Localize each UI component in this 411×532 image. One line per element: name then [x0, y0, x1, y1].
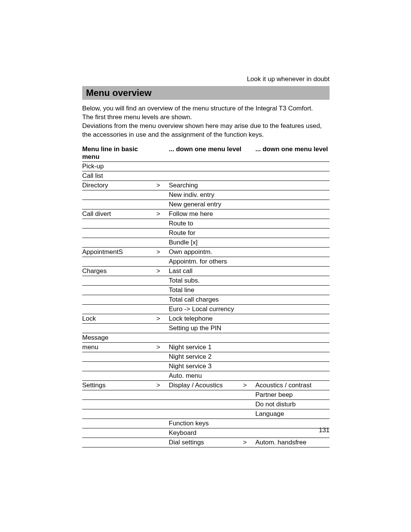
cell: Setting up the PIN	[169, 323, 243, 333]
cell: New indiv. entry	[169, 190, 243, 200]
cell: Message	[82, 333, 156, 342]
cell: Partner beep	[255, 390, 330, 399]
cell: Total subs.	[169, 276, 243, 285]
expand-marker: >	[156, 342, 169, 352]
cell: Autom. handsfree	[255, 438, 330, 447]
cell: Auto. menu	[169, 371, 243, 380]
table-row: Lock>Lock telephone	[82, 314, 330, 323]
col-header-2: ... down one menu level	[169, 145, 243, 162]
expand-marker: >	[156, 380, 169, 390]
table-row: Route for	[82, 228, 330, 238]
page-number: 131	[319, 427, 330, 434]
cell: Acoustics / contrast	[255, 380, 330, 390]
table-row: Night service 3	[82, 361, 330, 371]
cell: Own appointm.	[169, 247, 243, 257]
cell: Night service 3	[169, 361, 243, 371]
table-row: Pick-up	[82, 161, 330, 171]
cell: Language	[255, 409, 330, 419]
intro-line: The first three menu levels are shown.	[82, 113, 192, 121]
table-row: Function keys	[82, 419, 330, 428]
cell: Bundle [x]	[169, 238, 243, 247]
table-row: Bundle [x]	[82, 238, 330, 247]
table-row: Night service 2	[82, 352, 330, 361]
cell: Dial settings	[169, 438, 243, 447]
table-row: Appointm. for others	[82, 257, 330, 266]
table-row: Language	[82, 409, 330, 419]
cell: Searching	[169, 181, 243, 190]
table-row: Call divert>Follow me here	[82, 209, 330, 219]
cell: Call divert	[82, 209, 156, 219]
table-row: Auto. menu	[82, 371, 330, 380]
expand-marker: >	[156, 247, 169, 257]
intro-text: Below, you will find an overview of the …	[82, 104, 330, 139]
table-row: menu>Night service 1	[82, 342, 330, 352]
table-row: AppointmentS>Own appointm.	[82, 247, 330, 257]
cell: Settings	[82, 380, 156, 390]
cell: Call list	[82, 171, 156, 181]
cell: Do not disturb	[255, 399, 330, 409]
table-row: Total subs.	[82, 276, 330, 285]
cell: Route to	[169, 219, 243, 228]
cell: Total line	[169, 285, 243, 295]
cell: Lock telephone	[169, 314, 243, 323]
table-row: Call list	[82, 171, 330, 181]
cell: Pick-up	[82, 161, 156, 171]
table-row: Settings>Display / Acoustics>Acoustics /…	[82, 380, 330, 390]
cell: Total call charges	[169, 295, 243, 304]
cell: Euro -> Local currency	[169, 304, 243, 314]
cell: Keyboard	[169, 428, 243, 438]
running-header: Look it up whenever in doubt	[82, 75, 330, 83]
page-content: Look it up whenever in doubt Menu overvi…	[82, 75, 330, 447]
cell: Lock	[82, 314, 156, 323]
cell: Appointm. for others	[169, 257, 243, 266]
menu-overview-table: Menu line in basic menu ... down one men…	[82, 145, 330, 447]
table-row: Total call charges	[82, 295, 330, 304]
intro-line: Below, you will find an overview of the …	[82, 105, 313, 112]
cell: Display / Acoustics	[169, 380, 243, 390]
table-row: New indiv. entry	[82, 190, 330, 200]
table-header-row: Menu line in basic menu ... down one men…	[82, 145, 330, 162]
intro-line: the accessories in use and the assignmen…	[82, 131, 264, 138]
intro-line: Deviations from the menu overview shown …	[82, 122, 322, 129]
cell: Directory	[82, 181, 156, 190]
table-row: Euro -> Local currency	[82, 304, 330, 314]
table-row: Setting up the PIN	[82, 323, 330, 333]
cell: Route for	[169, 228, 243, 238]
expand-marker: >	[156, 314, 169, 323]
expand-marker: >	[156, 266, 169, 276]
expand-marker: >	[156, 181, 169, 190]
cell: New general entry	[169, 200, 243, 209]
section-title: Menu overview	[82, 86, 330, 100]
cell: menu	[82, 342, 156, 352]
table-row: Keyboard	[82, 428, 330, 438]
cell: Last call	[169, 266, 243, 276]
table-row: Dial settings>Autom. handsfree	[82, 438, 330, 447]
cell: AppointmentS	[82, 247, 156, 257]
cell: Function keys	[169, 419, 243, 428]
table-row: Message	[82, 333, 330, 342]
cell: Night service 2	[169, 352, 243, 361]
table-row: Directory>Searching	[82, 181, 330, 190]
expand-marker: >	[243, 380, 256, 390]
cell: Night service 1	[169, 342, 243, 352]
expand-marker: >	[243, 438, 256, 447]
cell: Follow me here	[169, 209, 243, 219]
expand-marker: >	[156, 209, 169, 219]
cell: Charges	[82, 266, 156, 276]
table-row: Do not disturb	[82, 399, 330, 409]
table-row: New general entry	[82, 200, 330, 209]
table-row: Partner beep	[82, 390, 330, 399]
table-row: Total line	[82, 285, 330, 295]
col-header-3: ... down one menu level	[255, 145, 330, 162]
table-row: Route to	[82, 219, 330, 228]
col-header-1: Menu line in basic menu	[82, 145, 156, 162]
table-row: Charges>Last call	[82, 266, 330, 276]
